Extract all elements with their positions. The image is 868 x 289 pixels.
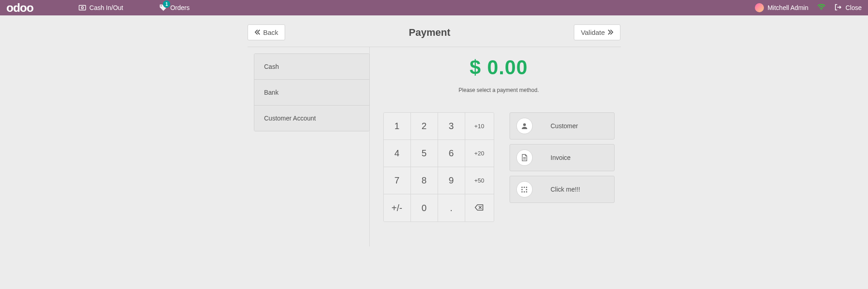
- key-plus10[interactable]: +10: [465, 113, 494, 140]
- logo[interactable]: odoo: [6, 1, 33, 15]
- svg-point-1: [81, 7, 83, 9]
- action-label: Invoice: [551, 154, 571, 161]
- svg-point-4: [523, 123, 526, 126]
- wifi-icon: [817, 4, 825, 12]
- cash-icon: [79, 4, 86, 11]
- method-cash[interactable]: Cash: [254, 54, 369, 80]
- nav-cash-in-out[interactable]: Cash In/Out: [79, 4, 124, 11]
- key-2[interactable]: 2: [411, 113, 438, 140]
- key-6[interactable]: 6: [438, 140, 465, 167]
- key-8[interactable]: 8: [411, 167, 438, 194]
- action-column: Customer Invoice Click me!: [510, 112, 615, 222]
- user-icon: [516, 118, 533, 134]
- numpad: 1 2 3 +10 4 5 6 +20 7 8 9 +50 +/- 0: [383, 112, 494, 222]
- key-sign[interactable]: +/-: [384, 194, 411, 222]
- clickme-button[interactable]: Click me!!!: [510, 176, 615, 203]
- lower-row: 1 2 3 +10 4 5 6 +20 7 8 9 +50 +/- 0: [383, 112, 615, 222]
- svg-point-2: [161, 5, 162, 7]
- key-backspace[interactable]: [465, 194, 494, 222]
- back-label: Back: [263, 29, 278, 36]
- user-menu[interactable]: Mitchell Admin: [755, 3, 808, 12]
- topbar-left: odoo Cash In/Out 1 Orders: [6, 1, 190, 15]
- panel-header: Back Payment Validate: [248, 20, 621, 47]
- key-7[interactable]: 7: [384, 167, 411, 194]
- orders-badge: 1: [163, 0, 170, 8]
- chevron-right-double-icon: [607, 29, 614, 36]
- back-button[interactable]: Back: [248, 24, 285, 40]
- svg-rect-0: [79, 5, 86, 10]
- close-button[interactable]: Close: [835, 4, 862, 12]
- invoice-button[interactable]: Invoice: [510, 144, 615, 171]
- user-name: Mitchell Admin: [768, 4, 808, 11]
- chevron-left-double-icon: [254, 29, 261, 36]
- key-0[interactable]: 0: [411, 194, 438, 222]
- payment-panel: Back Payment Validate Cash Bank Customer…: [248, 20, 621, 246]
- action-label: Customer: [551, 122, 578, 130]
- svg-point-3: [821, 9, 822, 10]
- method-customer-account[interactable]: Customer Account: [254, 106, 369, 131]
- key-1[interactable]: 1: [384, 113, 411, 140]
- page-title: Payment: [409, 27, 450, 39]
- signout-icon: [835, 4, 842, 12]
- main: Back Payment Validate Cash Bank Customer…: [0, 15, 868, 246]
- key-9[interactable]: 9: [438, 167, 465, 194]
- amount-display: $ 0.00: [383, 56, 615, 79]
- payment-methods-column: Cash Bank Customer Account: [248, 47, 370, 246]
- avatar: [755, 3, 764, 12]
- payment-method-list: Cash Bank Customer Account: [254, 53, 370, 131]
- validate-button[interactable]: Validate: [574, 24, 620, 40]
- content-row: Cash Bank Customer Account $ 0.00 Please…: [248, 47, 621, 246]
- key-5[interactable]: 5: [411, 140, 438, 167]
- topbar: odoo Cash In/Out 1 Orders Mitchell Admin: [0, 0, 868, 15]
- key-4[interactable]: 4: [384, 140, 411, 167]
- file-icon: [516, 149, 533, 166]
- nav-label: Orders: [170, 4, 190, 11]
- nav-orders[interactable]: 1 Orders: [159, 4, 190, 11]
- close-label: Close: [845, 4, 862, 11]
- key-plus20[interactable]: +20: [465, 140, 494, 167]
- key-3[interactable]: 3: [438, 113, 465, 140]
- topbar-right: Mitchell Admin Close: [755, 3, 862, 12]
- nav-label: Cash In/Out: [90, 4, 124, 11]
- key-plus50[interactable]: +50: [465, 167, 494, 194]
- method-bank[interactable]: Bank: [254, 80, 369, 106]
- spinner-icon: [516, 181, 533, 197]
- payment-summary-column: $ 0.00 Please select a payment method. 1…: [370, 47, 621, 246]
- backspace-icon: [475, 204, 484, 212]
- prompt-text: Please select a payment method.: [383, 87, 615, 93]
- key-dot[interactable]: .: [438, 194, 465, 222]
- customer-button[interactable]: Customer: [510, 112, 615, 140]
- action-label: Click me!!!: [551, 186, 580, 193]
- validate-label: Validate: [581, 29, 605, 36]
